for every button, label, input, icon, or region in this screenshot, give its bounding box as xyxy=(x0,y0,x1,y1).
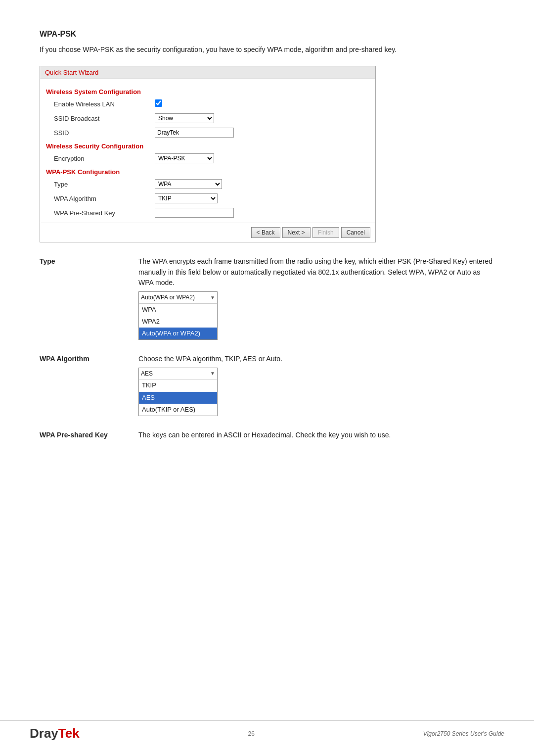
wpapsk-config-label: WPA-PSK Configuration xyxy=(46,168,369,176)
ssid-input-container[interactable] xyxy=(155,128,234,138)
wpa-algorithm-label: WPA Algorithm xyxy=(46,195,155,202)
wpa-psk-input[interactable] xyxy=(155,208,234,218)
wizard-panel: Quick Start Wizard Wireless System Confi… xyxy=(40,66,376,242)
wpa-psk-label: WPA Pre-Shared Key xyxy=(46,209,155,217)
security-config-label: Wireless Security Configuration xyxy=(46,142,369,150)
wpa-psk-row: WPA Pre-Shared Key xyxy=(46,207,369,219)
ssid-input[interactable] xyxy=(155,128,234,138)
type-term: Type xyxy=(40,256,138,340)
type-option-auto[interactable]: Auto(WPA or WPA2) xyxy=(139,328,217,339)
wpa-algorithm-select[interactable]: TKIP AES Auto(TKIP or AES) xyxy=(155,193,218,203)
footer-page-number: 26 xyxy=(248,730,255,737)
algorithm-option-tkip[interactable]: TKIP xyxy=(139,379,217,391)
wpa-preshared-term: WPA Pre-shared Key xyxy=(40,430,138,444)
type-dropdown[interactable]: Auto(WPA or WPA2) ▼ WPA WPA2 Auto(WPA or… xyxy=(138,291,218,340)
enable-wireless-checkbox[interactable] xyxy=(155,99,162,107)
type-detail: The WPA encrypts each frame transmitted … xyxy=(138,256,494,340)
type-select[interactable]: WPA WPA2 Auto(WPA or WPA2) xyxy=(155,179,222,189)
enable-wireless-checkbox-container[interactable] xyxy=(155,99,162,108)
ssid-row: SSID xyxy=(46,127,369,139)
type-detail-text: The WPA encrypts each frame transmitted … xyxy=(138,256,494,288)
back-button[interactable]: < Back xyxy=(251,227,280,238)
wpa-algorithm-description: WPA Algorithm Choose the WPA algorithm, … xyxy=(40,354,494,416)
page-footer: DrayTek 26 Vigor2750 Series User's Guide xyxy=(0,720,534,741)
footer-guide-title: Vigor2750 Series User's Guide xyxy=(423,730,504,737)
wizard-body: Wireless System Configuration Enable Wir… xyxy=(40,79,375,219)
type-description: Type The WPA encrypts each frame transmi… xyxy=(40,256,494,340)
enable-wireless-label: Enable Wireless LAN xyxy=(46,100,155,108)
logo-dray: Dray xyxy=(30,726,58,741)
wpa-algorithm-detail: Choose the WPA algorithm, TKIP, AES or A… xyxy=(138,354,494,416)
type-dropdown-header[interactable]: Auto(WPA or WPA2) ▼ xyxy=(139,292,217,304)
wpa-preshared-detail: The keys can be entered in ASCII or Hexa… xyxy=(138,430,494,444)
encryption-select[interactable]: WPA-PSK WEP None xyxy=(155,153,214,163)
algorithm-dropdown-value: AES xyxy=(141,369,153,378)
type-label: Type xyxy=(46,181,155,188)
ssid-label: SSID xyxy=(46,129,155,137)
wpa-algorithm-select-container[interactable]: TKIP AES Auto(TKIP or AES) xyxy=(155,193,218,203)
intro-text: If you choose WPA-PSK as the security co… xyxy=(40,45,494,55)
wpa-preshared-detail-text: The keys can be entered in ASCII or Hexa… xyxy=(138,430,494,441)
chevron-down-icon-2: ▼ xyxy=(210,370,215,378)
chevron-down-icon: ▼ xyxy=(210,294,215,302)
encryption-row: Encryption WPA-PSK WEP None xyxy=(46,152,369,164)
algorithm-dropdown[interactable]: AES ▼ TKIP AES Auto(TKIP or AES) xyxy=(138,368,218,416)
encryption-select-container[interactable]: WPA-PSK WEP None xyxy=(155,153,214,163)
wpa-algorithm-term: WPA Algorithm xyxy=(40,354,138,416)
footer-logo: DrayTek xyxy=(30,726,80,741)
ssid-broadcast-row: SSID Broadcast Show Hide xyxy=(46,112,369,124)
ssid-broadcast-select-container[interactable]: Show Hide xyxy=(155,113,214,123)
type-dropdown-value: Auto(WPA or WPA2) xyxy=(141,293,195,302)
wpa-preshared-description: WPA Pre-shared Key The keys can be enter… xyxy=(40,430,494,444)
type-select-container[interactable]: WPA WPA2 Auto(WPA or WPA2) xyxy=(155,179,222,189)
cancel-button[interactable]: Cancel xyxy=(341,227,370,238)
algorithm-option-auto[interactable]: Auto(TKIP or AES) xyxy=(139,404,217,416)
wizard-header: Quick Start Wizard xyxy=(40,66,375,79)
finish-button[interactable]: Finish xyxy=(312,227,339,238)
logo-tek: Tek xyxy=(58,726,80,741)
ssid-broadcast-select[interactable]: Show Hide xyxy=(155,113,214,123)
wizard-footer: < Back Next > Finish Cancel xyxy=(40,223,375,242)
wpa-algorithm-detail-text: Choose the WPA algorithm, TKIP, AES or A… xyxy=(138,354,494,365)
wireless-config-label: Wireless System Configuration xyxy=(46,88,369,95)
encryption-label: Encryption xyxy=(46,155,155,162)
page-title: WPA-PSK xyxy=(40,30,494,39)
type-option-wpa2[interactable]: WPA2 xyxy=(139,316,217,328)
algorithm-dropdown-header[interactable]: AES ▼ xyxy=(139,368,217,380)
algorithm-option-aes[interactable]: AES xyxy=(139,392,217,404)
next-button[interactable]: Next > xyxy=(282,227,311,238)
type-option-wpa[interactable]: WPA xyxy=(139,304,217,316)
enable-wireless-row: Enable Wireless LAN xyxy=(46,98,369,110)
ssid-broadcast-label: SSID Broadcast xyxy=(46,115,155,122)
type-row: Type WPA WPA2 Auto(WPA or WPA2) xyxy=(46,178,369,190)
wpa-psk-input-container[interactable] xyxy=(155,208,234,218)
wpa-algorithm-row: WPA Algorithm TKIP AES Auto(TKIP or AES) xyxy=(46,192,369,204)
